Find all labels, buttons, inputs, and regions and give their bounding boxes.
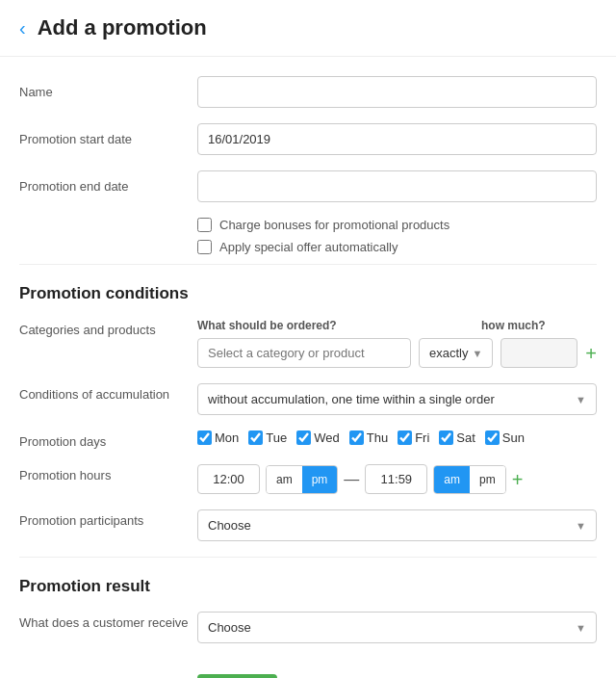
day-sat: Sat	[439, 430, 475, 445]
day-sun: Sun	[485, 430, 525, 445]
quantity-input[interactable]	[500, 338, 578, 368]
end-date-label: Promotion end date	[19, 179, 197, 194]
sub-labels: What should be ordered? how much?	[197, 319, 597, 332]
hours-label: Promotion hours	[19, 464, 197, 482]
start-date-row: Promotion start date	[19, 123, 597, 155]
charge-bonuses-row: Charge bonuses for promotional products	[19, 218, 597, 232]
apply-special-label: Apply special offer automatically	[219, 240, 398, 254]
accumulation-content: without accumulation, one time within a …	[197, 383, 597, 415]
receives-select[interactable]: Choose ▼	[197, 612, 597, 643]
add-hours-plus-icon[interactable]: +	[512, 470, 524, 489]
day-mon-checkbox[interactable]	[197, 430, 212, 445]
day-wed-checkbox[interactable]	[296, 430, 311, 445]
accumulation-row: Conditions of accumulation without accum…	[19, 383, 597, 415]
days-label: Promotion days	[19, 430, 197, 449]
day-thu-checkbox[interactable]	[349, 430, 364, 445]
exactly-dropdown[interactable]: exactly ▼	[419, 338, 493, 368]
exactly-chevron-icon: ▼	[472, 348, 482, 359]
participants-label: Promotion participants	[19, 509, 197, 528]
header: ‹ Add a promotion	[0, 0, 616, 57]
day-sun-checkbox[interactable]	[485, 430, 500, 445]
accumulation-chevron-icon: ▼	[576, 394, 586, 405]
what-ordered-label: What should be ordered?	[197, 319, 474, 332]
participants-content: Choose ▼	[197, 509, 597, 541]
day-tue: Tue	[248, 430, 287, 445]
apply-special-checkbox[interactable]	[197, 240, 212, 254]
start-date-label: Promotion start date	[19, 132, 197, 146]
days-content: Mon Tue Wed Thu Fri Sat	[197, 430, 597, 445]
category-input[interactable]	[197, 338, 411, 368]
category-row: exactly ▼ +	[197, 338, 597, 368]
day-fri-checkbox[interactable]	[398, 430, 412, 445]
participants-select[interactable]: Choose ▼	[197, 509, 597, 541]
end-time-input[interactable]	[365, 464, 427, 494]
add-category-plus-icon[interactable]: +	[585, 344, 597, 363]
participants-row: Promotion participants Choose ▼	[19, 509, 597, 541]
day-mon: Mon	[197, 430, 239, 445]
accumulation-value: without accumulation, one time within a …	[208, 392, 495, 406]
categories-label: Categories and products	[19, 319, 197, 337]
start-time-input[interactable]	[197, 464, 260, 494]
day-wed-label: Wed	[314, 430, 340, 445]
exactly-label: exactly	[429, 346, 468, 360]
end-date-input[interactable]	[197, 170, 597, 202]
receives-chevron-icon: ▼	[576, 622, 586, 634]
day-wed: Wed	[296, 430, 340, 445]
charge-bonuses-label: Charge bonuses for promotional products	[219, 218, 449, 232]
time-dash: —	[344, 471, 359, 488]
page-title: Add a promotion	[38, 15, 207, 40]
hours-controls: am pm — am pm +	[197, 464, 597, 494]
receives-content: Choose ▼	[197, 612, 597, 643]
day-thu: Thu	[349, 430, 388, 445]
categories-content: What should be ordered? how much? exactl…	[197, 319, 597, 368]
participants-chevron-icon: ▼	[576, 520, 586, 532]
name-label: Name	[19, 85, 197, 99]
end-pm-button[interactable]: pm	[470, 466, 505, 493]
receives-label: What does a customer receive	[19, 612, 197, 630]
day-sat-label: Sat	[456, 430, 475, 445]
start-ampm-group: am pm	[266, 465, 338, 494]
participants-value: Choose	[208, 518, 251, 533]
hours-content: am pm — am pm +	[197, 464, 597, 494]
day-thu-label: Thu	[367, 430, 388, 445]
start-am-button[interactable]: am	[267, 466, 302, 493]
receives-row: What does a customer receive Choose ▼	[19, 612, 597, 643]
accumulation-label: Conditions of accumulation	[19, 383, 197, 402]
day-tue-checkbox[interactable]	[248, 430, 263, 445]
back-icon[interactable]: ‹	[19, 17, 26, 39]
end-ampm-group: am pm	[433, 465, 505, 494]
start-date-input[interactable]	[197, 123, 597, 155]
apply-special-row: Apply special offer automatically	[19, 240, 597, 254]
start-pm-button[interactable]: pm	[302, 466, 338, 493]
end-am-button[interactable]: am	[434, 466, 470, 493]
conditions-section-title: Promotion conditions	[19, 284, 597, 303]
add-button[interactable]: Add	[197, 674, 277, 678]
accumulation-select[interactable]: without accumulation, one time within a …	[197, 383, 597, 415]
result-section-title: Promotion result	[19, 577, 597, 596]
day-tue-label: Tue	[266, 430, 287, 445]
name-row: Name	[19, 76, 597, 108]
how-much-label: how much?	[481, 319, 597, 332]
days-row: Promotion days Mon Tue Wed Thu Fri	[19, 430, 597, 449]
name-input[interactable]	[197, 76, 597, 108]
end-date-row: Promotion end date	[19, 170, 597, 202]
receives-value: Choose	[208, 620, 251, 635]
hours-row: Promotion hours am pm — am pm +	[19, 464, 597, 494]
categories-row: Categories and products What should be o…	[19, 319, 597, 368]
charge-bonuses-checkbox[interactable]	[197, 218, 212, 232]
day-sat-checkbox[interactable]	[439, 430, 453, 445]
day-fri: Fri	[398, 430, 429, 445]
day-mon-label: Mon	[215, 430, 239, 445]
day-fri-label: Fri	[415, 430, 429, 445]
day-sun-label: Sun	[502, 430, 525, 445]
